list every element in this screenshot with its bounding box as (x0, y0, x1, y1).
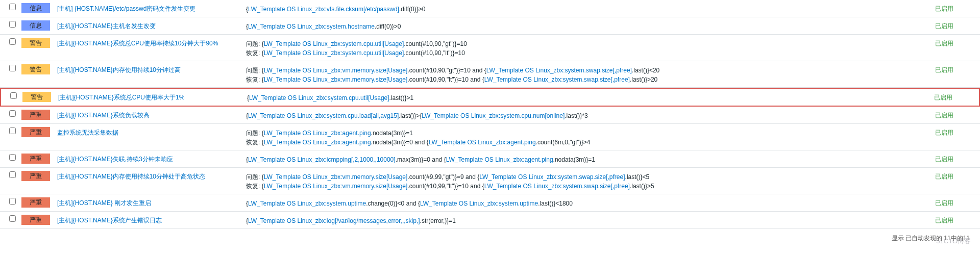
trigger-name-link[interactable]: [主机]{HOST.NAME} 刚才发生重启 (57, 199, 151, 207)
triggers-table: 信息[主机] {HOST.NAME}/etc/passwd密码文件发生变更{LW… (0, 0, 980, 229)
status-toggle[interactable]: 已启用 (935, 156, 953, 163)
expression-prefix: 恢复: (246, 49, 262, 57)
trigger-row: 严重[主机]{HOST.NAME}内存使用持续10分钟处于高危状态问题: {LW… (0, 168, 980, 194)
trigger-expression: 问题: {LW_Template OS Linux_zbx:vm.memory.… (244, 64, 933, 84)
severity-badge: 严重 (21, 215, 50, 225)
trigger-name-link[interactable]: [主机]{HOST.NAME}系统产生错误日志 (57, 217, 162, 224)
template-item-link[interactable]: LW_Template OS Linux_zbx:system.cpu.util… (264, 49, 404, 57)
row-select-checkbox[interactable] (9, 4, 16, 10)
status-toggle[interactable]: 已启用 (935, 112, 953, 119)
template-item-link[interactable]: LW_Template OS Linux_zbx:system.cpu.util… (249, 94, 389, 101)
template-item-link[interactable]: LW_Template OS Linux_zbx:icmpping[,2,100… (248, 156, 396, 163)
trigger-expression: {LW_Template OS Linux_zbx:system.hostnam… (244, 20, 933, 31)
expression-prefix: 问题: (246, 130, 262, 137)
expression-prefix: 恢复: (246, 76, 262, 83)
expression-prefix: 问题: (246, 67, 262, 74)
template-item-link[interactable]: LW_Template OS Linux_zbx:vm.memory.size[… (264, 67, 408, 74)
severity-badge: 严重 (21, 110, 50, 120)
footer-count-text: 显示 已自动发现的 11中的11 (892, 235, 970, 242)
row-select-checkbox[interactable] (9, 38, 16, 45)
template-item-link[interactable]: LW_Template OS Linux_zbx:system.swap.siz… (479, 173, 625, 181)
status-toggle[interactable]: 已启用 (935, 173, 953, 180)
trigger-name-link[interactable]: [主机]{HOST.NAME}系统负载较高 (57, 112, 150, 119)
status-toggle[interactable]: 已启用 (935, 66, 953, 73)
template-item-link[interactable]: LW_Template OS Linux_zbx:system.cpu.load… (248, 112, 399, 119)
trigger-name-link[interactable]: [主机]{HOST.NAME}系统总CPU使用率持续10分钟大于90% (57, 40, 218, 47)
trigger-row: 警告[主机]{HOST.NAME}系统总CPU使用率持续10分钟大于90%问题:… (0, 35, 980, 61)
trigger-row: 严重[主机]{HOST.NAME}系统产生错误日志{LW_Template OS… (0, 212, 980, 229)
trigger-expression: 问题: {LW_Template OS Linux_zbx:vm.memory.… (244, 171, 933, 191)
template-item-link[interactable]: LW_Template OS Linux_zbx:system.swap.siz… (484, 183, 630, 190)
template-item-link[interactable]: LW_Template OS Linux_zbx:vm.memory.size[… (264, 183, 408, 190)
status-toggle[interactable]: 已启用 (934, 94, 952, 101)
expression-prefix: 恢复: (246, 139, 262, 146)
template-item-link[interactable]: LW_Template OS Linux_zbx:system.cpu.num[… (422, 112, 565, 119)
expression-prefix: 恢复: (246, 183, 262, 190)
status-toggle[interactable]: 已启用 (935, 40, 953, 47)
trigger-expression: {LW_Template OS Linux_zbx:system.cpu.uti… (245, 92, 932, 103)
trigger-name-link[interactable]: 监控系统无法采集数据 (57, 129, 118, 136)
severity-badge: 严重 (21, 197, 50, 208)
template-item-link[interactable]: LW_Template OS Linux_zbx:log[/var/log/me… (248, 217, 420, 224)
template-item-link[interactable]: LW_Template OS Linux_zbx:vm.memory.size[… (264, 173, 408, 181)
row-select-checkbox[interactable] (10, 92, 17, 99)
trigger-name-link[interactable]: [主机] {HOST.NAME}/etc/passwd密码文件发生变更 (57, 5, 195, 12)
severity-badge: 警告 (22, 92, 51, 102)
severity-badge: 信息 (21, 3, 50, 13)
row-select-checkbox[interactable] (9, 171, 16, 178)
severity-badge: 严重 (21, 127, 50, 137)
trigger-row: 严重[主机]{HOST.NAME}系统负载较高{LW_Template OS L… (0, 107, 980, 124)
trigger-name-link[interactable]: [主机]{HOST.NAME}系统总CPU使用率大于1% (58, 94, 184, 101)
row-select-checkbox[interactable] (9, 128, 16, 134)
expression-prefix: 问题: (246, 40, 262, 47)
trigger-row: 信息[主机] {HOST.NAME}/etc/passwd密码文件发生变更{LW… (0, 0, 980, 17)
status-toggle[interactable]: 已启用 (935, 217, 953, 224)
trigger-expression: 问题: {LW_Template OS Linux_zbx:agent.ping… (244, 127, 933, 147)
template-item-link[interactable]: LW_Template OS Linux_zbx:system.cpu.util… (264, 40, 404, 47)
trigger-name-link[interactable]: [主机]{HOST.NAME}主机名发生改变 (57, 22, 156, 30)
template-item-link[interactable]: LW_Template OS Linux_zbx:agent.ping (264, 130, 371, 137)
template-item-link[interactable]: LW_Template OS Linux_zbx:system.uptime (248, 200, 366, 207)
row-select-checkbox[interactable] (9, 215, 16, 222)
template-item-link[interactable]: LW_Template OS Linux_zbx:agent.ping (446, 156, 553, 163)
trigger-row: 警告[主机]{HOST.NAME}系统总CPU使用率大于1%{LW_Templa… (0, 88, 980, 107)
trigger-name-link[interactable]: [主机]{HOST.NAME}内存使用持续10分钟过高 (57, 66, 181, 73)
trigger-row: 信息[主机]{HOST.NAME}主机名发生改变{LW_Template OS … (0, 17, 980, 35)
status-toggle[interactable]: 已启用 (935, 129, 953, 136)
template-item-link[interactable]: LW_Template OS Linux_zbx:vm.memory.size[… (264, 76, 408, 83)
severity-badge: 警告 (21, 38, 50, 48)
trigger-row: 严重[主机]{HOST.NAME}失联,持续3分钟未响应{LW_Template… (0, 150, 980, 168)
trigger-expression: {LW_Template OS Linux_zbx:icmpping[,2,10… (244, 154, 933, 164)
trigger-expression: {LW_Template OS Linux_zbx:log[/var/log/m… (244, 215, 933, 225)
row-select-checkbox[interactable] (9, 65, 16, 71)
severity-badge: 信息 (21, 20, 50, 31)
trigger-row: 严重监控系统无法采集数据问题: {LW_Template OS Linux_zb… (0, 124, 980, 150)
severity-badge: 严重 (21, 154, 50, 164)
status-toggle[interactable]: 已启用 (935, 199, 953, 207)
template-item-link[interactable]: LW_Template OS Linux_zbx:system.hostname (248, 23, 375, 30)
template-item-link[interactable]: LW_Template OS Linux_zbx:system.uptime (420, 200, 538, 207)
trigger-row: 警告[主机]{HOST.NAME}内存使用持续10分钟过高问题: {LW_Tem… (0, 61, 980, 88)
row-select-checkbox[interactable] (9, 154, 16, 161)
template-item-link[interactable]: LW_Template OS Linux_zbx:agent.ping (429, 139, 536, 146)
trigger-name-link[interactable]: [主机]{HOST.NAME}内存使用持续10分钟处于高危状态 (57, 173, 205, 180)
trigger-expression: {LW_Template OS Linux_zbx:system.cpu.loa… (244, 110, 933, 120)
trigger-expression: {LW_Template OS Linux_zbx:vfs.file.cksum… (244, 3, 933, 14)
table-footer: 显示 已自动发现的 11中的11 51CTO博客 (0, 229, 980, 248)
status-toggle[interactable]: 已启用 (935, 22, 953, 30)
template-item-link[interactable]: LW_Template OS Linux_zbx:system.swap.siz… (486, 67, 632, 74)
template-item-link[interactable]: LW_Template OS Linux_zbx:agent.ping (264, 139, 371, 146)
severity-badge: 严重 (21, 171, 50, 181)
row-select-checkbox[interactable] (9, 198, 16, 205)
trigger-name-link[interactable]: [主机]{HOST.NAME}失联,持续3分钟未响应 (57, 156, 173, 163)
trigger-expression: {LW_Template OS Linux_zbx:system.uptime.… (244, 197, 933, 208)
row-select-checkbox[interactable] (9, 110, 16, 117)
row-select-checkbox[interactable] (9, 21, 16, 28)
expression-prefix: 问题: (246, 173, 262, 181)
template-item-link[interactable]: LW_Template OS Linux_zbx:system.swap.siz… (484, 76, 630, 83)
trigger-expression: 问题: {LW_Template OS Linux_zbx:system.cpu… (244, 38, 933, 58)
template-item-link[interactable]: LW_Template OS Linux_zbx:vfs.file.cksum[… (248, 6, 399, 13)
status-toggle[interactable]: 已启用 (935, 5, 953, 12)
severity-badge: 警告 (21, 64, 50, 74)
trigger-row: 严重[主机]{HOST.NAME} 刚才发生重启{LW_Template OS … (0, 194, 980, 212)
